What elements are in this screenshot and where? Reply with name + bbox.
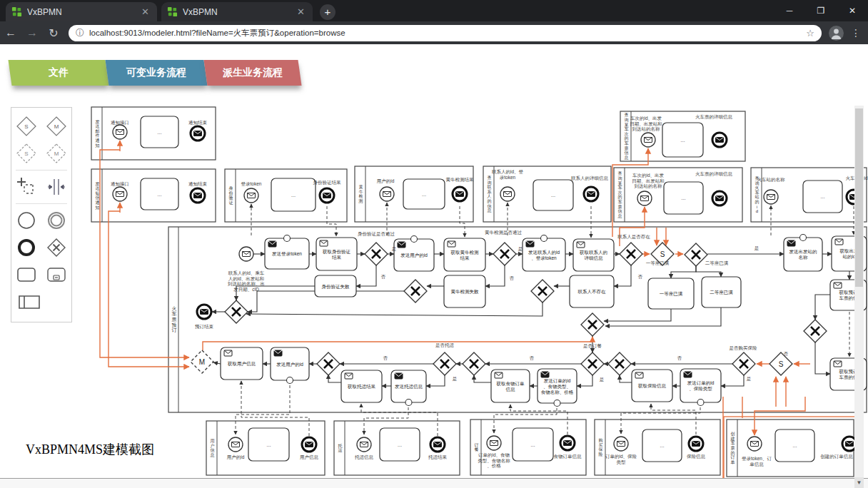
bpmn-end-event[interactable] bbox=[584, 187, 598, 201]
bpmn-task[interactable]: … bbox=[662, 123, 703, 157]
bpmn-end-event[interactable] bbox=[302, 437, 316, 452]
url-omnibox[interactable]: ⓘ localhost:9013/modeler.html?fileName=火… bbox=[69, 25, 822, 41]
bpmn-task[interactable]: 发送订单的id、食物类型、食物名称、价格 bbox=[538, 369, 577, 407]
bpmn-start-event[interactable] bbox=[244, 188, 258, 203]
bpmn-task[interactable]: 发送用户的id bbox=[394, 236, 434, 272]
gateway-m-tool[interactable]: M bbox=[44, 113, 69, 139]
bpmn-task[interactable]: 一等座已满 bbox=[648, 278, 694, 309]
bpmn-task[interactable]: … bbox=[803, 181, 842, 213]
bpmn-task[interactable]: 发送订单的id、保险类型 bbox=[680, 369, 721, 406]
bpmn-start-event[interactable] bbox=[113, 125, 127, 139]
bpmn-task[interactable]: 身份验证失败 bbox=[315, 275, 356, 297]
bpmn-task[interactable]: … bbox=[664, 182, 703, 214]
bpmn-end-event[interactable] bbox=[560, 436, 575, 450]
tab-close-icon[interactable]: ✕ bbox=[139, 6, 151, 17]
bpmn-task[interactable]: 发送登录token bbox=[265, 235, 309, 270]
bpmn-task[interactable]: … bbox=[513, 428, 553, 461]
bpmn-end-event[interactable] bbox=[453, 187, 467, 201]
bpmn-start-event[interactable] bbox=[113, 187, 127, 201]
bpmn-task[interactable]: … bbox=[141, 116, 178, 148]
gateway-s-dashed-tool[interactable]: S bbox=[14, 141, 39, 166]
back-button[interactable]: ← bbox=[0, 26, 21, 39]
end-event-tool[interactable] bbox=[14, 235, 39, 260]
boundary-event-circle[interactable] bbox=[405, 400, 412, 406]
horizontal-scrollbar[interactable] bbox=[0, 478, 868, 488]
reload-button[interactable]: ↻ bbox=[43, 26, 64, 40]
bpmn-task[interactable]: … bbox=[141, 178, 178, 210]
ribbon-tab-derived-process[interactable]: 派生业务流程 bbox=[203, 60, 301, 86]
bpmn-end-event[interactable] bbox=[712, 191, 727, 205]
bpmn-end-event[interactable] bbox=[320, 188, 334, 203]
bpmn-task[interactable]: 发送联系人的id、登录token bbox=[523, 235, 565, 272]
bpmn-start-event[interactable] bbox=[614, 437, 628, 451]
subprocess-tool[interactable] bbox=[44, 262, 69, 288]
bpmn-start-event[interactable] bbox=[380, 187, 394, 201]
scroll-down-arrow-icon[interactable]: ▼ bbox=[854, 477, 864, 488]
browser-tab-2[interactable]: VxBPMN ✕ bbox=[161, 2, 313, 21]
window-close-button[interactable]: ✕ bbox=[837, 6, 868, 16]
boundary-event-circle[interactable] bbox=[800, 235, 807, 241]
bpmn-end-event[interactable] bbox=[430, 437, 445, 452]
space-tool[interactable] bbox=[44, 174, 69, 200]
boundary-event-circle[interactable] bbox=[697, 400, 704, 406]
ribbon-tab-variable-process[interactable]: 可变业务流程 bbox=[105, 60, 207, 86]
bpmn-task[interactable]: 二等座已满 bbox=[702, 277, 741, 307]
url-text[interactable]: localhost:9013/modeler.html?fileName=火车票… bbox=[89, 28, 806, 39]
bpmn-task[interactable]: … bbox=[775, 429, 814, 462]
bpmn-task[interactable]: … bbox=[642, 429, 682, 462]
vertical-scrollbar[interactable]: ▼ bbox=[854, 106, 864, 488]
bpmn-task[interactable]: 联系人不存在 bbox=[570, 275, 614, 307]
bpmn-start-event[interactable] bbox=[637, 191, 652, 205]
bpmn-task[interactable]: 发送用户的id bbox=[271, 347, 309, 384]
bpmn-end-event[interactable] bbox=[191, 126, 205, 141]
bpmn-task[interactable]: … bbox=[248, 428, 289, 461]
bpmn-task[interactable]: 黄牛检测失败 bbox=[444, 275, 485, 307]
bpmn-task[interactable]: 获取保险信息 bbox=[632, 370, 672, 402]
bpmn-start-event[interactable] bbox=[228, 437, 243, 452]
bpmn-start-event[interactable] bbox=[357, 437, 371, 452]
boundary-event-circle[interactable] bbox=[541, 235, 547, 242]
bpmn-task[interactable]: 获取用户信息 bbox=[221, 347, 263, 380]
lasso-tool[interactable] bbox=[14, 174, 39, 200]
exclusive-gateway-tool[interactable] bbox=[44, 235, 69, 260]
bpmn-end-event[interactable] bbox=[191, 188, 205, 203]
boundary-event-circle[interactable] bbox=[284, 235, 291, 242]
gateway-s-tool[interactable]: S bbox=[14, 113, 39, 139]
boundary-event-circle[interactable] bbox=[554, 400, 560, 407]
task-tool[interactable] bbox=[14, 262, 39, 288]
bpmn-task[interactable]: 发送出发站的名称 bbox=[784, 235, 822, 272]
bpmn-start-event[interactable] bbox=[764, 190, 778, 204]
window-maximize-button[interactable]: ❐ bbox=[805, 6, 837, 16]
bpmn-task[interactable]: 获取托运结果 bbox=[341, 370, 382, 402]
bpmn-start-event[interactable] bbox=[500, 187, 515, 201]
bpmn-task[interactable]: … bbox=[380, 428, 420, 461]
window-minimize-button[interactable]: ─ bbox=[774, 6, 805, 16]
gateway-m-dashed-tool[interactable]: M bbox=[44, 141, 69, 166]
bpmn-task[interactable]: … bbox=[271, 178, 316, 211]
vertical-scrollbar-thumb[interactable] bbox=[855, 108, 863, 287]
intermediate-event-tool[interactable] bbox=[44, 208, 69, 233]
participant-pool-tool[interactable] bbox=[16, 289, 42, 315]
tab-close-icon[interactable]: ✕ bbox=[295, 6, 307, 17]
boundary-event-circle[interactable] bbox=[411, 236, 418, 243]
bpmn-end-event[interactable] bbox=[197, 305, 211, 319]
bpmn-start-event[interactable] bbox=[747, 437, 762, 451]
bpmn-start-event[interactable] bbox=[239, 247, 253, 261]
browser-menu-icon[interactable]: ⋮ bbox=[851, 27, 861, 39]
bpmn-task[interactable]: 发送托运信息 bbox=[391, 370, 426, 406]
new-tab-button[interactable]: + bbox=[320, 4, 335, 20]
bpmn-task[interactable]: 获取食物订单信息 bbox=[491, 370, 530, 402]
start-event-tool[interactable] bbox=[14, 208, 39, 233]
browser-tab-1[interactable]: VxBPMN ✕ bbox=[6, 2, 157, 21]
bpmn-task[interactable]: 获取身份验证结果 bbox=[316, 238, 357, 270]
page-info-icon[interactable]: ⓘ bbox=[76, 27, 84, 39]
forward-button[interactable]: → bbox=[21, 26, 43, 39]
bpmn-start-event[interactable] bbox=[487, 436, 501, 450]
bpmn-task[interactable]: 获取黄牛检测结果 bbox=[444, 238, 485, 271]
bpmn-start-event[interactable] bbox=[641, 133, 655, 147]
profile-avatar[interactable] bbox=[829, 26, 844, 41]
bpmn-task[interactable]: … bbox=[403, 179, 445, 209]
bpmn-task[interactable]: 获取联系人的详细信息 bbox=[573, 239, 614, 271]
bpmn-end-event[interactable] bbox=[689, 437, 703, 451]
bookmark-star-icon[interactable]: ☆ bbox=[806, 28, 814, 39]
